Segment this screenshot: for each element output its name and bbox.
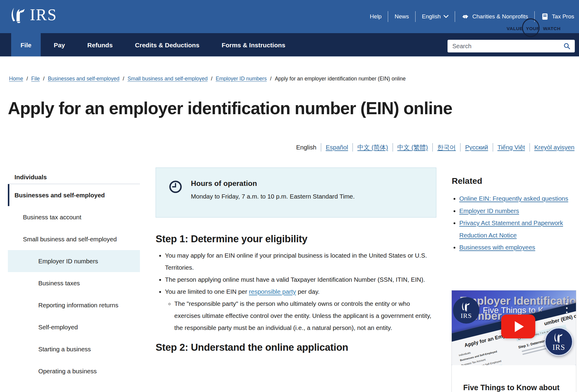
- language-link-haitian-creole[interactable]: Kreyòl ayisyen: [530, 144, 579, 151]
- irs-logo-text: IRS: [30, 7, 57, 23]
- breadcrumb-separator: /: [270, 76, 272, 82]
- tax-pros-link[interactable]: Tax Pros: [541, 13, 574, 20]
- charities-nonprofits-link[interactable]: Charities & Nonprofits: [461, 13, 528, 20]
- search-button[interactable]: [562, 41, 572, 51]
- irs-webpage: IRS Help News English Charities & Nonpro…: [0, 0, 579, 392]
- irs-eagle-icon: [553, 332, 564, 343]
- language-link-vietnamese[interactable]: Tiếng Việt: [493, 144, 530, 151]
- sidebar-item-self-employed[interactable]: Self-employed: [8, 316, 140, 338]
- hours-text: Monday to Friday, 7 a.m. to 10 p.m. East…: [191, 193, 355, 200]
- related-link-businesses-with-employees[interactable]: Businesses with employees: [459, 244, 535, 251]
- responsible-party-link[interactable]: responsible party: [249, 288, 296, 295]
- breadcrumb-separator: /: [211, 76, 212, 82]
- page-title: Apply for an employer identification num…: [8, 98, 452, 118]
- list-item: Businesses with employees: [459, 241, 578, 254]
- irs-eagle-icon: [10, 5, 27, 24]
- sidebar-item-starting-a-business[interactable]: Starting a business: [8, 338, 140, 360]
- language-link-spanish[interactable]: Español: [321, 144, 353, 151]
- video-card: Employer Identification Number IRS Five …: [451, 290, 576, 392]
- sidebar-item-reporting-information-returns[interactable]: Reporting information returns: [8, 294, 140, 316]
- sidebar-item-business-taxes[interactable]: Business taxes: [8, 272, 140, 294]
- sub-bullet-responsible-party-definition: The "responsible party" is the person wh…: [174, 298, 436, 334]
- step1-bullet-list: You may apply for an EIN online if your …: [156, 249, 436, 334]
- nav-tab-credits-deductions[interactable]: Credits & Deductions: [126, 33, 209, 56]
- language-selector[interactable]: English: [422, 13, 448, 20]
- related-link-employer-id-numbers[interactable]: Employer ID numbers: [459, 207, 519, 214]
- watermark-text-circled: YOUR: [526, 26, 540, 31]
- breadcrumb-current: Apply for an employer identification num…: [275, 76, 406, 82]
- video-caption: Five Things to Know about the: [452, 365, 576, 392]
- divider: [415, 11, 416, 22]
- irs-badge-top-left: IRS: [453, 297, 479, 324]
- irs-badge-bottom-right: IRS: [545, 328, 573, 356]
- sidebar-item-businesses-and-self-employed[interactable]: Businesses and self-employed: [8, 184, 140, 206]
- breadcrumb-file[interactable]: File: [31, 76, 40, 82]
- nav-tab-forms-instructions[interactable]: Forms & Instructions: [212, 33, 295, 56]
- watermark-circle: [522, 18, 539, 37]
- language-bar: English Español 中文 (简体) 中文 (繁體) 한국어 Русс…: [256, 142, 579, 153]
- irs-eagle-icon: [461, 301, 471, 312]
- charities-nonprofits-label: Charities & Nonprofits: [472, 13, 528, 20]
- language-link-chinese-traditional[interactable]: 中文 (繁體): [393, 143, 432, 152]
- related-heading: Related: [452, 176, 578, 186]
- list-item: Online EIN: Frequently asked questions: [459, 193, 578, 205]
- nav-tab-refunds[interactable]: Refunds: [78, 33, 122, 56]
- sidebar-item-small-business[interactable]: Small business and self-employed: [8, 228, 140, 250]
- sidebar-item-individuals[interactable]: Individuals: [8, 171, 140, 184]
- video-menu-icon[interactable]: [566, 303, 568, 313]
- related-links: Online EIN: Frequently asked questions E…: [452, 193, 578, 254]
- breadcrumb-separator: /: [27, 76, 28, 82]
- nav-tab-pay[interactable]: Pay: [44, 33, 74, 56]
- search-input[interactable]: [452, 43, 562, 50]
- ledger-book-icon: [541, 13, 549, 20]
- divider: [455, 11, 455, 22]
- video-thumbnail[interactable]: Employer Identification Number IRS Five …: [452, 290, 576, 365]
- breadcrumb-home[interactable]: Home: [9, 76, 23, 82]
- breadcrumb: Home/File/Businesses and self-employed/S…: [9, 76, 570, 82]
- breadcrumb-small-business[interactable]: Small business and self-employed: [128, 76, 208, 82]
- language-selector-label: English: [422, 13, 441, 20]
- breadcrumb-businesses[interactable]: Businesses and self-employed: [48, 76, 119, 82]
- language-link-chinese-simplified[interactable]: 中文 (简体): [353, 143, 392, 152]
- news-link[interactable]: News: [394, 13, 409, 20]
- language-link-korean[interactable]: 한국어: [433, 143, 460, 152]
- watermark: VALUE YOUR WATCH: [507, 26, 561, 31]
- language-link-russian[interactable]: Русский: [460, 144, 492, 151]
- step2-heading: Step 2: Understand the online applicatio…: [156, 342, 436, 353]
- step1-heading: Step 1: Determine your eligibility: [156, 233, 436, 245]
- list-item: Employer ID numbers: [459, 205, 578, 217]
- help-link[interactable]: Help: [370, 13, 381, 20]
- bullet-valid-tin: The person applying online must have a v…: [165, 274, 436, 286]
- search-box: [448, 40, 575, 52]
- related-link-privacy-act[interactable]: Privacy Act Statement and Paperwork Redu…: [459, 219, 563, 239]
- hours-title: Hours of operation: [191, 179, 355, 188]
- irs-logo[interactable]: IRS: [10, 5, 57, 24]
- bullet-eligibility-location: You may apply for an EIN online if your …: [165, 249, 436, 274]
- site-header: IRS Help News English Charities & Nonpro…: [0, 0, 579, 33]
- list-item: Privacy Act Statement and Paperwork Redu…: [459, 217, 578, 241]
- search-icon: [563, 42, 571, 50]
- youtube-play-button[interactable]: [501, 315, 535, 338]
- related-link-online-ein-faq[interactable]: Online EIN: Frequently asked questions: [459, 195, 568, 202]
- watermark-text: VALUE: [507, 26, 523, 31]
- chevron-down-icon: [444, 15, 448, 18]
- sidebar-item-business-tax-account[interactable]: Business tax account: [8, 206, 140, 228]
- left-sidebar: Individuals Businesses and self-employed…: [8, 171, 140, 382]
- bullet-one-ein-per-day: You are limited to one EIN per responsib…: [165, 286, 436, 334]
- breadcrumb-employer-id[interactable]: Employer ID numbers: [216, 76, 267, 82]
- breadcrumb-separator: /: [43, 76, 45, 82]
- main-content: Hours of operation Monday to Friday, 7 a…: [156, 168, 436, 353]
- breadcrumb-separator: /: [123, 76, 124, 82]
- watermark-text: WATCH: [543, 26, 561, 31]
- tax-pros-label: Tax Pros: [552, 13, 574, 20]
- handshake-icon: [461, 13, 469, 20]
- divider: [388, 11, 388, 22]
- language-current: English: [292, 144, 321, 151]
- nav-tab-file[interactable]: File: [11, 33, 41, 56]
- clock-icon: [169, 180, 182, 194]
- sidebar-item-operating-a-business[interactable]: Operating a business: [8, 360, 140, 382]
- sidebar-item-employer-id-numbers[interactable]: Employer ID numbers: [8, 250, 140, 272]
- hours-of-operation-callout: Hours of operation Monday to Friday, 7 a…: [156, 168, 436, 218]
- related-section: Related Online EIN: Frequently asked que…: [452, 176, 578, 254]
